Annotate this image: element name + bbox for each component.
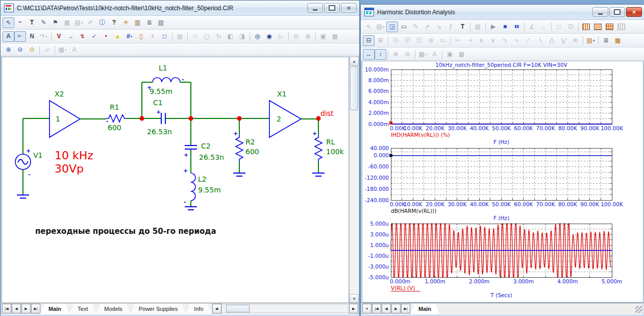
find-button-icon[interactable]: ◎: [252, 31, 263, 42]
resistor-r1[interactable]: [106, 115, 127, 122]
node-voltages-toggle: V: [57, 33, 61, 39]
last-page-button[interactable]: ▶|: [31, 304, 40, 313]
menu-cursor-button: ⊜: [428, 37, 433, 43]
grid-toggle-icon[interactable]: #▾: [123, 31, 135, 42]
horizontal-axis-button-icon[interactable]: ⊟: [363, 35, 375, 46]
wire-mode-tool-icon[interactable]: ~: [14, 17, 26, 28]
tab-main[interactable]: Main: [40, 304, 69, 314]
paper-button-icon[interactable]: ▯: [135, 31, 147, 42]
prev-page-button[interactable]: ◀: [12, 304, 21, 313]
ground-v1[interactable]: [17, 195, 29, 198]
model-editor-button-icon[interactable]: ▥: [132, 17, 143, 28]
node-voltages-toggle-icon[interactable]: V: [53, 31, 65, 42]
ihd-plot[interactable]: 10kHz_notch-filter_50period.CIR F=10K VI…: [362, 62, 643, 146]
resistor-rl[interactable]: [315, 135, 322, 162]
opamp-x1[interactable]: [269, 101, 301, 137]
panel-plot-2-button-icon[interactable]: [592, 21, 604, 32]
zoom-select-tool-icon[interactable]: ◲: [386, 21, 398, 32]
first-page-button[interactable]: |◀: [2, 304, 11, 313]
hscroll-right-button[interactable]: ▶: [349, 304, 358, 313]
maximize-button[interactable]: [609, 7, 625, 17]
stop-button-icon[interactable]: ■: [499, 21, 511, 32]
scroll-down-button[interactable]: ▼: [350, 294, 359, 303]
resistor-r2[interactable]: [236, 135, 243, 162]
schematic-vscrollbar[interactable]: ▲ ▼: [349, 57, 359, 303]
resize-grip[interactable]: [635, 306, 642, 313]
analysis-window-titlebar[interactable]: Harmonic Distortion Analysis ×: [361, 5, 644, 20]
tab-power-supplies[interactable]: Power Supplies: [131, 304, 186, 314]
paper-small-button-icon[interactable]: ▯: [147, 31, 159, 42]
inductor-l1[interactable]: [153, 78, 180, 82]
zoom-out-button-icon[interactable]: ⊖: [14, 44, 26, 55]
clipboard-button-icon[interactable]: ▤▾: [585, 35, 597, 46]
inductor-l2[interactable]: [191, 173, 195, 201]
x-range-button-icon[interactable]: ↔: [363, 49, 375, 60]
opamp-x2[interactable]: [49, 101, 80, 137]
find-next-button-icon[interactable]: ◉: [263, 31, 275, 42]
schematic-window-titlebar[interactable]: C:\MC11\DATA\Petrov\Tests\10kHz-notch-fi…: [1, 1, 359, 16]
close-button[interactable]: ×: [626, 7, 642, 17]
currents-toggle-icon[interactable]: ↯: [77, 31, 88, 42]
wire-net[interactable]: [23, 82, 318, 207]
tab-models[interactable]: Models: [96, 304, 130, 314]
attribute-text-toggle-icon[interactable]: A: [3, 31, 14, 42]
dc-arrows-toggle-icon[interactable]: →: [65, 31, 77, 42]
capacitor-c2[interactable]: [185, 145, 197, 149]
text-tool-icon[interactable]: T: [26, 17, 38, 28]
close-button[interactable]: ×: [341, 3, 357, 13]
hscroll-thumb[interactable]: [226, 305, 250, 312]
zoom-in-button-icon[interactable]: ⊕: [3, 44, 14, 55]
info-mode-tool-icon[interactable]: ⓘ: [96, 17, 108, 28]
schematic-note[interactable]: переходные процессы до 50-го периода: [35, 227, 216, 236]
vscroll-track[interactable]: [350, 111, 359, 294]
minimize-button[interactable]: [592, 7, 608, 17]
tab-text[interactable]: Text: [69, 304, 96, 314]
select-tool-icon[interactable]: ⇖: [3, 17, 14, 28]
restore-button[interactable]: [324, 3, 340, 13]
node-numbers-toggle-icon[interactable]: N: [26, 31, 38, 42]
hscroll-left-button[interactable]: ◀: [212, 304, 221, 313]
prev-page-button[interactable]: ◀: [382, 304, 391, 313]
schematic-canvas[interactable]: + - + - + + + - + +: [2, 57, 349, 303]
edit-document-button-icon[interactable]: ▧: [155, 17, 167, 28]
hscroll-track[interactable]: [221, 304, 349, 313]
conditions-toggle-icon[interactable]: ▲: [112, 31, 123, 42]
vscroll-thumb[interactable]: [350, 66, 358, 110]
pin-connections-toggle-icon[interactable]: •: [100, 31, 112, 42]
tab-main[interactable]: Main: [410, 304, 439, 314]
panel-plot-3-button-icon[interactable]: [604, 21, 615, 32]
file-list-button-icon[interactable]: ≣: [143, 17, 155, 28]
graphics-tool-icon[interactable]: ✎: [38, 17, 49, 28]
minimize-button[interactable]: [307, 3, 323, 13]
capacitor-c1[interactable]: [161, 113, 165, 124]
vrl-transient-plot[interactable]: 5.000u3.000u1.000u-1.000u-3.000u-5.000u0…: [362, 222, 643, 299]
last-page-button[interactable]: ▶|: [401, 304, 410, 313]
zoom-region-button-icon: ⊡: [565, 21, 577, 32]
flag-tool-icon[interactable]: ⚑: [49, 17, 61, 28]
numeric-output-button-icon[interactable]: ≣: [600, 35, 612, 46]
pause-button-icon[interactable]: ▮▮: [511, 21, 523, 32]
y-range-button-icon[interactable]: ↕: [375, 49, 386, 60]
source-v1[interactable]: [15, 154, 31, 169]
powers-toggle-icon[interactable]: ✓: [88, 31, 100, 42]
db-harm-plot[interactable]: 40.0000.000-60.000-120.000-180.000-240.0…: [362, 146, 643, 222]
grid-text-toggle-icon[interactable]: A~: [14, 31, 26, 42]
zoom-100-button-icon[interactable]: ⊙: [26, 44, 38, 55]
ground-r2[interactable]: [233, 173, 245, 176]
first-page-button[interactable]: |◀: [372, 304, 381, 313]
panel-plot-1-button-icon[interactable]: [580, 21, 592, 32]
next-page-button[interactable]: ▶: [21, 304, 31, 313]
help-mode-tool-icon[interactable]: ?: [108, 17, 120, 28]
find-component-button-icon[interactable]: ✳: [120, 17, 132, 28]
scale-mode-tool-icon[interactable]: ▭: [398, 21, 410, 32]
next-page-button[interactable]: ▶: [391, 304, 401, 313]
plot-list-dropdown-button[interactable]: ▾: [362, 304, 371, 313]
ground-rl[interactable]: [312, 173, 325, 176]
clipboard-123-button-icon[interactable]: ▦: [612, 35, 624, 46]
scroll-up-button[interactable]: ▲: [350, 57, 359, 66]
ground-l2[interactable]: [185, 207, 197, 210]
tab-info[interactable]: Info: [186, 304, 211, 314]
text-tool-icon[interactable]: T: [457, 21, 468, 32]
select-area-button-icon[interactable]: □: [159, 31, 170, 42]
run-button-icon[interactable]: ▶: [487, 21, 499, 32]
